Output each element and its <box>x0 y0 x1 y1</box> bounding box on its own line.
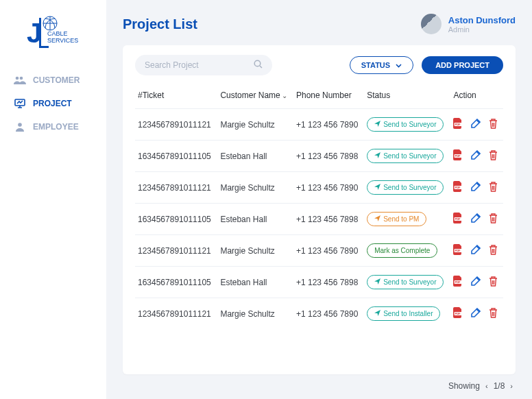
col-phone: Phone Number <box>293 84 364 109</box>
avatar <box>421 14 442 34</box>
svg-point-10 <box>254 60 261 66</box>
nav-label: PROJECT <box>33 99 72 108</box>
cell-phone: +1 123 456 7898 <box>293 141 364 172</box>
pdf-icon[interactable]: PDF <box>453 307 463 320</box>
svg-text:PDF: PDF <box>455 312 461 315</box>
nav-label: EMPLOYEE <box>33 122 79 132</box>
edit-icon[interactable] <box>471 276 481 288</box>
svg-rect-1 <box>39 18 41 48</box>
col-name[interactable]: Customer Name⌄ <box>217 84 293 109</box>
pdf-icon[interactable]: PDF <box>453 213 463 226</box>
sidebar-item-employee[interactable]: EMPLOYEE <box>5 115 101 138</box>
trash-icon[interactable] <box>489 150 498 162</box>
cell-name: Esteban Hall <box>217 141 293 172</box>
edit-icon[interactable] <box>471 182 481 193</box>
project-table: #Ticket Customer Name⌄ Phone Number Stat… <box>135 84 503 329</box>
svg-text:PDF: PDF <box>455 249 461 252</box>
cell-name: Esteban Hall <box>217 204 293 235</box>
status-pill[interactable]: Send to Surveyor <box>367 117 444 132</box>
status-filter-button[interactable]: STATUS <box>350 56 413 74</box>
cell-phone: +1 123 456 7890 <box>293 298 364 330</box>
col-status: Status <box>364 84 450 109</box>
pdf-icon[interactable]: PDF <box>453 181 463 194</box>
table-row: 1234567891011121Margie Schultz+1 123 456… <box>135 109 503 141</box>
edit-icon[interactable] <box>471 119 481 130</box>
send-icon <box>374 152 380 160</box>
trash-icon[interactable] <box>489 308 498 320</box>
cell-phone: +1 123 456 7890 <box>293 172 364 204</box>
sidebar-item-project[interactable]: PROJECT <box>5 92 101 115</box>
add-project-button[interactable]: ADD PROJECT <box>422 56 503 74</box>
cell-name: Esteban Hall <box>217 267 293 298</box>
cell-ticket: 1634567891011105 <box>135 204 217 235</box>
cell-ticket: 1234567891011121 <box>135 235 217 267</box>
svg-point-7 <box>20 77 23 80</box>
header: Project List Aston Dunsford Admin <box>123 14 516 34</box>
pdf-icon[interactable]: PDF <box>453 149 463 162</box>
col-ticket: #Ticket <box>135 84 217 109</box>
sort-caret-icon: ⌄ <box>282 92 287 99</box>
status-label: STATUS <box>361 61 390 69</box>
edit-icon[interactable] <box>471 213 481 225</box>
cell-phone: +1 123 456 7898 <box>293 204 364 235</box>
edit-icon[interactable] <box>471 245 481 256</box>
edit-icon[interactable] <box>471 150 481 162</box>
status-pill[interactable]: Send to Surveyor <box>367 180 444 195</box>
user-icon <box>14 122 26 132</box>
table-row: 1634567891011105Esteban Hall+1 123 456 7… <box>135 267 503 298</box>
svg-text:PDF: PDF <box>455 186 461 189</box>
chevron-down-icon <box>396 61 402 69</box>
next-page[interactable]: › <box>509 382 514 390</box>
svg-text:PDF: PDF <box>455 280 461 284</box>
showing-label: Showing <box>448 381 480 391</box>
main-panel: Project List Aston Dunsford Admin STATUS <box>106 0 532 399</box>
trash-icon[interactable] <box>489 276 498 289</box>
status-pill[interactable]: Mark as Complete <box>367 243 437 258</box>
svg-text:PDF: PDF <box>455 217 461 221</box>
cell-name: Margie Schultz <box>217 109 293 141</box>
status-pill[interactable]: Send to PM <box>367 212 426 226</box>
nav-label: CUSTOMER <box>33 75 80 85</box>
users-icon <box>14 75 26 85</box>
search-box[interactable] <box>135 55 272 75</box>
cell-ticket: 1234567891011121 <box>135 109 217 141</box>
user-menu[interactable]: Aston Dunsford Admin <box>421 14 516 34</box>
trash-icon[interactable] <box>489 182 498 194</box>
trash-icon[interactable] <box>489 213 498 226</box>
send-icon <box>374 310 380 317</box>
cell-ticket: 1634567891011105 <box>135 267 217 298</box>
prev-page[interactable]: ‹ <box>484 382 489 390</box>
table-row: 1234567891011121Margie Schultz+1 123 456… <box>135 235 503 267</box>
svg-point-6 <box>16 77 19 80</box>
pdf-icon[interactable]: PDF <box>453 276 463 289</box>
edit-icon[interactable] <box>471 308 481 319</box>
sidebar-item-customer[interactable]: CUSTOMER <box>5 69 101 92</box>
table-row: 1634567891011105Esteban Hall+1 123 456 7… <box>135 141 503 172</box>
svg-point-9 <box>18 123 22 127</box>
page-indicator: 1/8 <box>494 381 505 391</box>
pdf-icon[interactable]: PDF <box>453 244 463 257</box>
send-icon <box>374 278 380 286</box>
trash-icon[interactable] <box>489 119 498 131</box>
pdf-icon[interactable]: PDF <box>453 118 463 131</box>
cell-ticket: 1234567891011121 <box>135 298 217 330</box>
table-row: 1234567891011121Margie Schultz+1 123 456… <box>135 298 503 330</box>
svg-text:SERVICES: SERVICES <box>47 37 78 44</box>
user-role: Admin <box>448 25 516 34</box>
svg-rect-2 <box>39 46 49 48</box>
svg-text:PDF: PDF <box>455 154 461 158</box>
status-pill[interactable]: Send to Surveyor <box>367 149 444 163</box>
search-icon <box>254 60 263 71</box>
status-pill[interactable]: Send to Installer <box>367 306 440 321</box>
cell-phone: +1 123 456 7898 <box>293 267 364 298</box>
send-icon <box>374 121 380 128</box>
page-title: Project List <box>123 16 197 32</box>
cell-phone: +1 123 456 7890 <box>293 109 364 141</box>
table-row: 1634567891011105Esteban Hall+1 123 456 7… <box>135 204 503 235</box>
search-input[interactable] <box>145 60 248 70</box>
presentation-icon <box>14 99 26 108</box>
trash-icon[interactable] <box>489 245 498 257</box>
status-pill[interactable]: Send to Surveyor <box>367 275 444 289</box>
cell-name: Margie Schultz <box>217 172 293 204</box>
send-icon <box>374 215 380 223</box>
